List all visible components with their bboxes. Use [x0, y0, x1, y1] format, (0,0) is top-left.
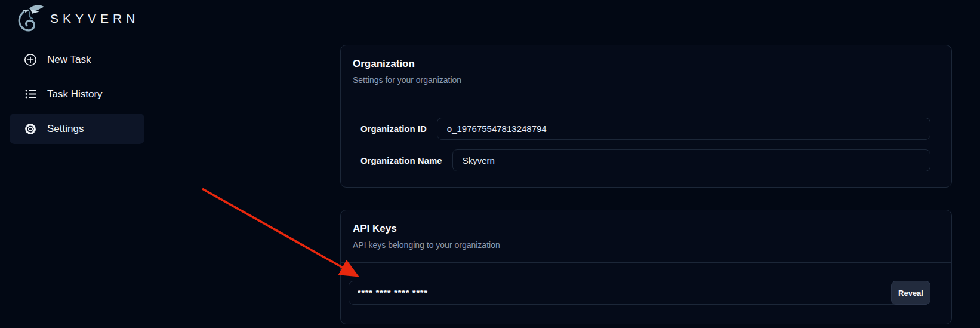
sidebar-item-settings[interactable]: Settings [10, 114, 144, 144]
sidebar-nav: New Task Task History [0, 44, 167, 144]
brand-name: SKYVERN [50, 11, 139, 26]
api-key-field-group: Reveal [349, 281, 930, 305]
organization-id-input[interactable] [437, 118, 930, 140]
brand[interactable]: SKYVERN [0, 0, 167, 35]
card-title: Organization [353, 58, 939, 70]
organization-id-row: Organization ID [360, 118, 930, 140]
gear-icon [24, 122, 37, 136]
reveal-button[interactable]: Reveal [891, 281, 930, 305]
sidebar-item-label: New Task [47, 54, 91, 66]
sidebar-item-label: Task History [47, 88, 103, 100]
organization-card-body: Organization ID Organization Name [341, 97, 951, 171]
api-keys-card-header: API Keys API keys belonging to your orga… [341, 210, 951, 250]
sidebar-item-label: Settings [47, 123, 84, 135]
api-keys-card-body: Reveal [341, 263, 951, 305]
list-icon [24, 88, 37, 101]
sidebar-item-new-task[interactable]: New Task [10, 44, 144, 75]
organization-name-row: Organization Name [360, 149, 930, 171]
organization-id-label: Organization ID [360, 124, 427, 134]
organization-name-input[interactable] [452, 149, 930, 171]
sidebar: SKYVERN New Task Task History [0, 0, 167, 328]
organization-card: Organization Settings for your organizat… [340, 45, 952, 188]
sidebar-item-task-history[interactable]: Task History [10, 79, 144, 109]
api-key-input[interactable] [349, 281, 930, 305]
organization-card-header: Organization Settings for your organizat… [341, 45, 951, 85]
card-subtitle: Settings for your organization [353, 75, 939, 85]
card-subtitle: API keys belonging to your organization [353, 240, 939, 250]
card-title: API Keys [353, 223, 939, 235]
organization-name-label: Organization Name [360, 155, 442, 165]
api-keys-card: API Keys API keys belonging to your orga… [340, 210, 952, 324]
plus-circle-icon [24, 53, 37, 66]
skyvern-logo-icon [16, 4, 45, 33]
